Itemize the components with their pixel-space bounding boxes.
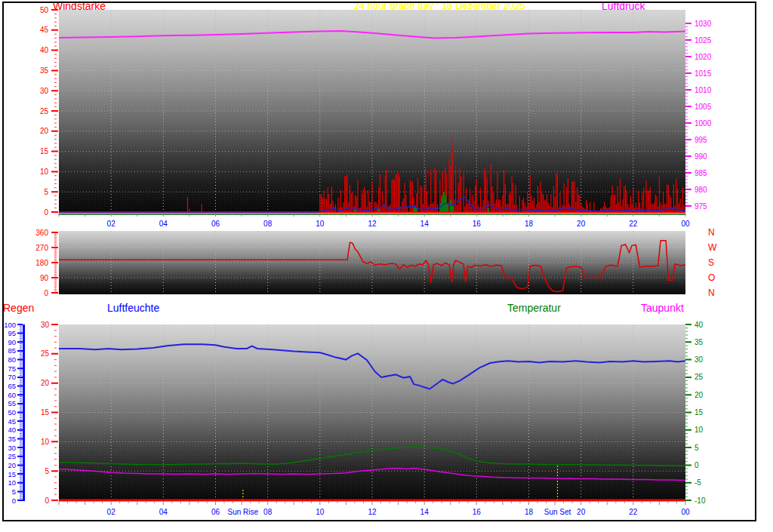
- axis-tick-label: 25: [40, 107, 49, 115]
- x-axis-label: 20: [577, 508, 586, 516]
- axis-tick-label: 975: [694, 202, 707, 211]
- axis-tick-label: 15: [41, 408, 50, 417]
- axis-tick-label: 20: [40, 127, 49, 135]
- climate-panel: 0510152025303540455055606570758085909510…: [4, 321, 706, 517]
- x-axis-label: 18: [525, 220, 534, 228]
- axis-tick-label: 80: [8, 355, 16, 364]
- axis-tick-label: 35: [8, 435, 16, 443]
- axis-major-ticks: [51, 10, 58, 212]
- axis-tick-label: -10: [694, 497, 706, 505]
- x-axis-label: 14: [420, 220, 430, 228]
- axis-tick-label: 55: [8, 399, 16, 407]
- axis-major-ticks: [685, 23, 691, 206]
- axis-tick-label: 15: [40, 147, 49, 155]
- compass-letter: W: [708, 242, 717, 253]
- axis-tick-label: 50: [8, 408, 16, 417]
- axis-tick-label: 10: [41, 438, 50, 446]
- axis-tick-label: 30: [694, 355, 704, 364]
- axis-tick-label: 30: [40, 87, 49, 95]
- axis-tick-label: 0: [45, 497, 49, 505]
- axis-tick-label: 1030: [694, 20, 712, 28]
- axis-major-ticks: [17, 324, 23, 500]
- axis-minor-ticks: [685, 23, 688, 206]
- axis-tick-label: 1015: [694, 69, 712, 78]
- x-axis-label: 00: [681, 508, 690, 516]
- axis-tick-label: 45: [40, 26, 49, 34]
- axis-tick-label: 95: [8, 329, 16, 337]
- x-axis-label: 22: [629, 508, 638, 516]
- x-axis-label: 10: [316, 220, 325, 228]
- axis-tick-label: 30: [8, 444, 16, 452]
- axis-tick-label: 5: [44, 188, 48, 196]
- axis-tick-label: 65: [8, 382, 16, 390]
- axis-tick-label: 10: [40, 168, 49, 176]
- axis-tick-label: 5: [12, 487, 16, 496]
- x-axis-label: 06: [211, 508, 220, 516]
- axis-major-ticks: [51, 232, 58, 293]
- x-axis-label: 04: [159, 220, 168, 228]
- axis-tick-label: 60: [8, 391, 16, 399]
- x-axis-label: 18: [525, 508, 534, 516]
- axis-tick-label: 0: [694, 461, 699, 469]
- axis-tick-label: -5: [694, 478, 701, 487]
- axis-tick-label: 90: [8, 338, 16, 346]
- x-axis-label: 10: [316, 508, 325, 516]
- axis-tick-label: 15: [694, 408, 704, 417]
- x-axis-label: 22: [629, 220, 638, 228]
- compass-letter: S: [708, 257, 714, 268]
- axis-tick-label: 85: [8, 346, 16, 355]
- sunrise-axis-label: Sun Rise: [228, 508, 259, 516]
- axis-tick-label: 75: [8, 364, 16, 373]
- axis-tick-label: 25: [8, 452, 16, 460]
- axis-tick-label: 980: [694, 186, 707, 194]
- axis-tick-label: 90: [40, 274, 49, 282]
- axis-tick-label: 50: [40, 6, 49, 14]
- compass-letter: N: [708, 227, 715, 238]
- x-axis-label: 08: [263, 220, 273, 228]
- x-axis-label: 12: [368, 508, 377, 516]
- x-axis-label: 06: [211, 220, 220, 228]
- x-axis-label: 02: [107, 220, 116, 228]
- weather-app-window: { "header": { "title": "24 hour graph da…: [0, 0, 773, 532]
- wind-pressure-panel: 0510152025303540455097598098599099510001…: [40, 6, 712, 229]
- axis-tick-label: 20: [8, 461, 16, 469]
- axis-tick-label: 25: [694, 373, 704, 381]
- axis-tick-label: 30: [41, 321, 50, 329]
- axis-tick-label: 360: [35, 229, 48, 237]
- axis-major-ticks: [51, 324, 58, 500]
- axis-tick-label: 5: [45, 467, 49, 475]
- axis-tick-label: 985: [694, 169, 707, 177]
- x-axis-label: 08: [263, 508, 273, 516]
- axis-tick-label: 35: [694, 338, 704, 346]
- axis-tick-label: 0: [44, 208, 48, 217]
- wind-direction-panel: 090180270360NWSON: [35, 227, 717, 298]
- x-axis-label: 16: [473, 508, 482, 516]
- axis-tick-label: 1005: [694, 103, 712, 111]
- compass-letter: O: [708, 272, 715, 283]
- axis-tick-label: 1020: [694, 53, 712, 61]
- axis-tick-label: 70: [8, 373, 16, 381]
- axis-tick-label: 180: [35, 259, 48, 267]
- sunset-axis-label: Sun Set: [544, 508, 571, 516]
- axis-tick-label: 35: [40, 66, 49, 75]
- axis-major-ticks: [685, 324, 691, 500]
- axis-tick-label: 15: [8, 470, 16, 478]
- axis-tick-label: 20: [694, 391, 704, 399]
- axis-tick-label: 10: [8, 478, 16, 487]
- x-axis-ticks: [59, 501, 685, 505]
- axis-tick-label: 270: [35, 244, 48, 252]
- x-axis-label: 14: [420, 508, 430, 516]
- axis-tick-label: 5: [694, 444, 699, 452]
- axis-tick-label: 20: [41, 379, 50, 387]
- axis-tick-label: 1010: [694, 86, 712, 94]
- x-axis-label: 16: [473, 220, 482, 228]
- axis-tick-label: 990: [694, 152, 707, 161]
- axis-tick-label: 40: [694, 321, 704, 329]
- axis-tick-label: 45: [8, 417, 16, 426]
- axis-tick-label: 40: [40, 46, 49, 54]
- axis-tick-label: 40: [8, 426, 16, 434]
- axis-tick-label: 1000: [694, 119, 712, 128]
- x-axis-label: 12: [368, 220, 377, 228]
- axis-tick-label: 10: [694, 426, 704, 434]
- x-axis-label: 00: [681, 220, 690, 228]
